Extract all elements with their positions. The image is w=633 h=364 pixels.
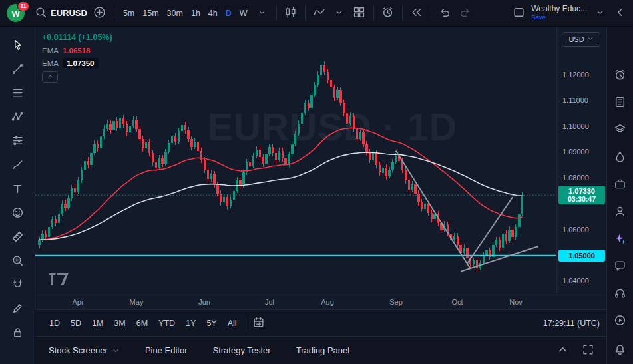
right-sidebar [606, 27, 633, 364]
compare-add-button[interactable] [91, 3, 109, 23]
account-avatar[interactable]: w 11 [7, 4, 25, 22]
chart-plot[interactable] [35, 27, 556, 295]
tab-stock-screener[interactable]: Stock Screener [49, 345, 120, 355]
time-axis-label: Jul [265, 298, 274, 306]
range-group: 1D5D1M3M6MYTD1Y5YAll [44, 316, 242, 331]
range-1D[interactable]: 1D [44, 316, 65, 331]
range-6M[interactable]: 6M [131, 316, 153, 331]
symbol-search-button[interactable]: EURUSD [33, 3, 89, 23]
price-tick: 1.08000 [562, 174, 589, 182]
plus-circle-icon [93, 6, 106, 21]
chart-column: EURUSD · 1D +0.01114 (+1.05%) EMA1.06518… [35, 27, 606, 364]
brush-tool[interactable] [7, 154, 28, 174]
symbol-label: EURUSD [51, 8, 87, 18]
top-toolbar: w 11 EURUSD 5m15m30m1h4hDW [0, 0, 633, 27]
profile-icon[interactable] [611, 202, 630, 220]
panel-expand-button[interactable] [553, 341, 572, 361]
chart-canvas[interactable]: EURUSD · 1D +0.01114 (+1.05%) EMA1.06518… [35, 27, 556, 295]
layout-menu-button[interactable] [590, 3, 609, 23]
alert-button[interactable] [379, 3, 397, 23]
price-scale[interactable]: USD 1.120001.110001.100001.090001.080001… [556, 27, 606, 295]
layers-icon[interactable] [611, 120, 630, 138]
save-link[interactable]: Save [531, 14, 546, 21]
timeframe-4h[interactable]: 4h [204, 6, 222, 21]
undo-button[interactable] [436, 3, 455, 23]
bell-icon[interactable] [611, 340, 630, 359]
time-axis-label: May [130, 298, 144, 306]
range-toolbar: 1D5D1M3M6MYTD1Y5YAll 17:29:11 (UTC) [35, 309, 606, 336]
droplet-icon[interactable] [611, 147, 630, 166]
alert-clock-icon [381, 6, 394, 21]
timeframe-5m[interactable]: 5m [119, 6, 138, 21]
range-5Y[interactable]: 5Y [201, 316, 222, 331]
range-1M[interactable]: 1M [87, 316, 108, 331]
trend-line-tool[interactable] [7, 59, 28, 79]
timeframe-W[interactable]: W [236, 6, 252, 21]
magnet-tool[interactable] [7, 274, 28, 294]
divider [114, 6, 114, 21]
divider [402, 6, 403, 21]
range-1Y[interactable]: 1Y [180, 316, 201, 331]
timeframe-D[interactable]: D [222, 6, 236, 21]
tab-strategy-tester[interactable]: Strategy Tester [212, 345, 270, 355]
save-layout-button[interactable] [509, 3, 528, 23]
time-axis[interactable]: AprMayJunJulAugSepOctNov [35, 295, 606, 309]
tab-pine-editor[interactable]: Pine Editor [145, 345, 188, 355]
range-All[interactable]: All [222, 316, 242, 331]
price-tick: 1.10000 [562, 122, 589, 130]
draw-tool[interactable] [7, 298, 28, 318]
text-tool[interactable] [7, 178, 28, 198]
chat-icon[interactable] [611, 256, 630, 275]
briefcase-icon[interactable] [611, 174, 630, 193]
range-YTD[interactable]: YTD [153, 316, 180, 331]
layout-name[interactable]: Wealthy Educ... Save [531, 5, 587, 21]
chevron-down-icon [587, 35, 594, 43]
last-price-value: 1.07330 [558, 187, 605, 195]
timeframe-15m[interactable]: 15m [138, 6, 162, 21]
fib-retracement-tool[interactable] [7, 83, 28, 102]
tradingview-logo[interactable] [49, 273, 69, 285]
range-5D[interactable]: 5D [65, 316, 87, 331]
candles-icon [284, 6, 297, 21]
bar-countdown: 03:30:47 [558, 195, 605, 203]
emoji-tool[interactable] [7, 202, 28, 222]
timeframe-30m[interactable]: 30m [163, 6, 187, 21]
tab-trading-panel[interactable]: Trading Panel [296, 345, 349, 355]
lock-tool[interactable] [7, 322, 28, 342]
measure-tool[interactable] [7, 226, 28, 246]
redo-button[interactable] [456, 3, 475, 23]
headset-icon[interactable] [611, 283, 630, 302]
indicator-legend-row[interactable]: EMA1.07350 [42, 58, 112, 68]
play-circle-icon[interactable] [611, 311, 630, 329]
clock[interactable]: 17:29:11 (UTC) [543, 319, 600, 328]
chevron-down-icon [335, 8, 343, 19]
forecast-tool[interactable] [7, 130, 28, 150]
timeframe-menu-button[interactable] [253, 3, 272, 23]
layout-grid-button[interactable] [350, 3, 369, 23]
chevron-down-icon [596, 8, 604, 19]
ai-sparkle-icon[interactable] [611, 229, 630, 248]
range-3M[interactable]: 3M [108, 316, 130, 331]
indicator-templates-button[interactable] [330, 3, 349, 23]
legend-collapse-button[interactable] [42, 71, 58, 83]
fullscreen-button[interactable] [578, 341, 597, 361]
bar-replay-button[interactable] [407, 3, 426, 23]
timeframe-1h[interactable]: 1h [187, 6, 204, 21]
news-icon[interactable] [611, 92, 630, 111]
bottom-tabs: Stock ScreenerPine EditorStrategy Tester… [49, 345, 349, 355]
goto-date-button[interactable] [250, 313, 268, 333]
indicators-button[interactable] [310, 3, 329, 23]
chart-style-button[interactable] [282, 3, 300, 23]
xabcd-pattern-tool[interactable] [7, 106, 28, 126]
alarm-clock-icon[interactable] [611, 65, 630, 84]
collapse-panel-button[interactable] [610, 3, 629, 23]
time-axis-label: Aug [321, 298, 334, 306]
time-axis-label: Apr [72, 298, 83, 306]
currency-dropdown[interactable]: USD [562, 32, 600, 47]
indicator-legend-row[interactable]: EMA1.06518 [42, 47, 112, 55]
timeframe-group: 5m15m30m1h4hDW [119, 6, 252, 21]
undo-icon [439, 6, 451, 21]
zoom-tool[interactable] [7, 250, 28, 270]
goto-date-icon [252, 316, 265, 331]
cursor-tool[interactable] [7, 35, 28, 55]
